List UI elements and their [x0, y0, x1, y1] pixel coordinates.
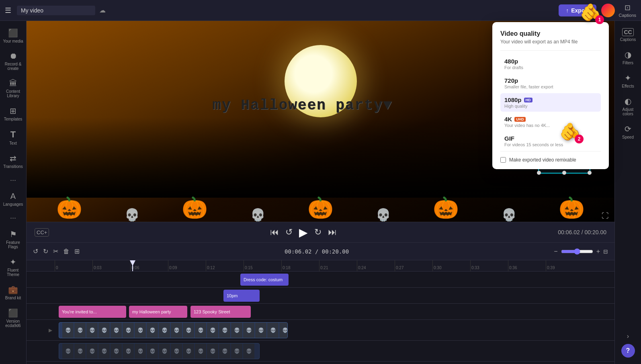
forward-5-button[interactable]: ↻ — [314, 227, 322, 237]
ruler-mark-4: 0:12 — [206, 260, 244, 271]
sidebar-item-your-media[interactable]: ⬛ Your media — [0, 24, 26, 47]
sidebar-item-speed[interactable]: ⟳ Speed — [615, 120, 641, 143]
feature-flags-icon: ⚑ — [10, 229, 17, 239]
clip-10pm[interactable]: 10pm — [223, 290, 260, 302]
speed-label: Speed — [622, 135, 634, 139]
clip-my-halloween[interactable]: my Halloween party — [129, 306, 187, 318]
zoom-in-icon[interactable]: + — [596, 248, 600, 255]
help-button[interactable]: ? — [621, 344, 635, 358]
resize-handle-bl[interactable] — [537, 171, 541, 175]
remixable-checkbox[interactable] — [500, 157, 506, 163]
sidebar-label-templates: Templates — [4, 117, 23, 121]
zoom-slider[interactable] — [561, 248, 593, 255]
skip-back-button[interactable]: ⏮ — [270, 227, 279, 237]
right-sidebar: CC Captions ◑ Filters ✦ Effects ◐ Adjust… — [614, 21, 641, 364]
captions-button[interactable]: ⊡ Captions — [619, 3, 636, 18]
sidebar-item-captions[interactable]: CC Captions — [615, 24, 641, 46]
clip-main-video[interactable]: 💀 💀 💀 💀 💀 💀 💀 💀 💀 💀 💀 — [59, 322, 288, 338]
quality-option-4k[interactable]: 4K UHD Your video has no 4K... — [500, 112, 601, 131]
sidebar-label-version: Version ecda9d6 — [2, 319, 24, 328]
thumb-2: 💀 — [74, 323, 86, 338]
clip-dress-code-label: Dress code: costum — [244, 277, 283, 282]
ruler-mark-13: 0:39 — [546, 260, 584, 271]
undo-button[interactable]: ↺ — [33, 247, 38, 255]
quality-option-gif[interactable]: GIF For videos 15 seconds or less — [500, 132, 601, 150]
library-icon: 🏛 — [9, 79, 17, 88]
add-media-button[interactable]: ⊞ — [74, 247, 80, 255]
fullscreen-button[interactable]: ⛶ — [600, 210, 610, 222]
resize-handle-br[interactable] — [588, 171, 592, 175]
timeline-time-display: 00:06.02 / 00:20.00 — [84, 248, 549, 255]
sidebar-item-languages[interactable]: A Languages — [0, 188, 26, 211]
quality-popup: Video quality Your video will export as … — [492, 22, 609, 169]
quality-desc-gif: For videos 15 seconds or less — [504, 142, 597, 147]
skeleton-2: 💀 — [250, 208, 265, 222]
sidebar-item-content-library[interactable]: 🏛 Content Library — [0, 75, 26, 102]
delete-button[interactable]: 🗑 — [63, 248, 70, 255]
skip-forward-button[interactable]: ⏭ — [328, 227, 337, 237]
sidebar-item-filters[interactable]: ◑ Filters — [615, 46, 641, 69]
track-content-10pm: 10pm — [55, 288, 614, 303]
sidebar-item-templates[interactable]: ⊞ Templates — [0, 102, 26, 125]
captions-rs-label: Captions — [620, 37, 636, 42]
media-icon: ⬛ — [8, 28, 18, 38]
sidebar-item-fluent-theme[interactable]: ✦ Fluent Theme — [0, 253, 26, 281]
cut-button[interactable]: ✂ — [53, 247, 58, 255]
clip-dress-code[interactable]: Dress code: costum — [240, 274, 289, 286]
sidebar-label-your-media: Your media — [3, 39, 23, 43]
sidebar-item-adjust-colors[interactable]: ◐ Adjust colors — [615, 92, 641, 120]
sidebar-collapse-button[interactable]: › — [615, 329, 641, 344]
filters-label: Filters — [623, 61, 633, 65]
rewind-5-button[interactable]: ↺ — [285, 227, 293, 237]
thumb-4: 💀 — [98, 323, 110, 338]
clip-youre-invited[interactable]: You're invited to... — [59, 306, 126, 318]
bg-thumb-12: 💀 — [195, 344, 206, 359]
export-button[interactable]: ↑ Export — [559, 4, 596, 16]
remixable-option[interactable]: Make exported video remixable — [500, 157, 601, 163]
thumb-16: 💀 — [243, 323, 254, 338]
quality-option-480p[interactable]: 480p For drafts — [500, 55, 601, 73]
video-title-input[interactable] — [17, 6, 95, 15]
quality-res-1080p: 1080p HD — [504, 96, 597, 103]
redo-button[interactable]: ↻ — [43, 247, 48, 255]
more-tools-icon[interactable]: ··· — [7, 173, 19, 188]
cc-button[interactable]: CC+ — [35, 228, 49, 237]
sidebar-item-transitions[interactable]: ⇄ Transitions — [0, 149, 26, 173]
badge-hd: HD — [524, 98, 532, 102]
sidebar-item-record-create[interactable]: ⏺ Record & create — [0, 47, 26, 75]
clip-bg-video[interactable]: 💀 💀 💀 💀 💀 💀 💀 💀 💀 💀 💀 — [59, 343, 260, 359]
sidebar-item-brand-kit[interactable]: 💼 Brand kit — [0, 281, 26, 304]
sidebar-label-transitions: Transitions — [3, 164, 23, 169]
hamburger-icon[interactable]: ☰ — [5, 6, 11, 15]
version-icon: ⬛ — [8, 308, 18, 318]
ruler-mark-7: 0:21 — [319, 260, 357, 271]
zoom-out-icon[interactable]: − — [554, 248, 557, 255]
clip-10pm-label: 10pm — [227, 293, 238, 298]
track-content-video-bg: 💀 💀 💀 💀 💀 💀 💀 💀 💀 💀 💀 — [55, 341, 614, 361]
sidebar-item-text[interactable]: T Text — [0, 125, 26, 149]
fit-timeline-icon[interactable]: ⊟ — [603, 248, 608, 255]
sidebar-item-effects[interactable]: ✦ Effects — [615, 69, 641, 92]
sidebar-item-version[interactable]: ⬛ Version ecda9d6 — [0, 304, 26, 332]
quality-option-720p[interactable]: 720p Smaller file, faster export — [500, 74, 601, 92]
captions-icon: ⊡ — [625, 3, 631, 12]
feature-flags-dots[interactable]: ··· — [7, 211, 19, 225]
pumpkin-3: 🎃 — [306, 194, 334, 222]
track-row-text-main: You're invited to... my Halloween party … — [27, 304, 614, 320]
resize-handle-bm[interactable] — [562, 171, 566, 175]
video-title-overlay[interactable]: my Halloween party▼ — [212, 97, 392, 114]
avatar[interactable] — [601, 4, 615, 17]
quality-option-1080p[interactable]: 1080p HD High quality — [500, 93, 601, 112]
sidebar-item-feature-flags[interactable]: ⚑ Feature Flags — [0, 225, 26, 253]
thumb-6: 💀 — [123, 323, 134, 338]
play-pause-button[interactable]: ▶ — [299, 226, 308, 239]
sidebar-label-fluent-theme: Fluent Theme — [2, 268, 24, 277]
thumb-13: 💀 — [207, 323, 218, 338]
ruler-marks: 0 0:03 0:06 0:09 0:12 0:15 0:18 0:21 0:2… — [27, 260, 584, 271]
effects-label: Effects — [622, 84, 634, 88]
track-row-10pm: 10pm — [27, 288, 614, 304]
thumb-11: 💀 — [183, 323, 194, 338]
bg-thumb-1: 💀 — [62, 344, 74, 359]
clip-123-spooky[interactable]: 123 Spooky Street — [190, 306, 251, 318]
export-label: Export — [571, 7, 589, 14]
